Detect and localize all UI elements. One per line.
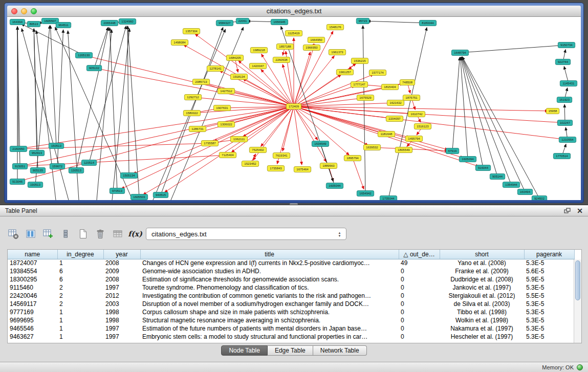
graph-node[interactable]: 190513: [28, 182, 42, 188]
cell-name[interactable]: 19384554: [8, 267, 57, 275]
graph-node[interactable]: 940515: [153, 192, 168, 198]
zoom-window-button[interactable]: [31, 8, 37, 14]
graph-node[interactable]: 1210554: [559, 137, 576, 143]
graph-node[interactable]: 1278141: [207, 66, 224, 72]
graph-edge[interactable]: [76, 28, 108, 170]
column-header-out_de[interactable]: △ out_de…: [399, 250, 440, 259]
graph-node[interactable]: 1961257: [336, 70, 353, 75]
cell-in_degree[interactable]: 2: [57, 300, 103, 308]
graph-edge[interactable]: [94, 28, 108, 68]
column-header-short[interactable]: short: [440, 250, 524, 259]
graph-node[interactable]: 2065448: [101, 20, 118, 26]
graph-edge[interactable]: [164, 106, 294, 192]
cell-title[interactable]: Investigating the contribution of common…: [140, 292, 399, 300]
cell-year[interactable]: 2012: [103, 292, 140, 300]
graph-edge[interactable]: [294, 106, 318, 140]
cell-out_degree[interactable]: 0: [399, 333, 440, 341]
cell-in_degree[interactable]: 2: [57, 283, 103, 292]
graph-node[interactable]: 1966950: [303, 45, 320, 51]
cell-in_degree[interactable]: 1: [57, 333, 103, 341]
graph-edge[interactable]: [294, 56, 334, 106]
graph-edge[interactable]: [128, 26, 139, 197]
close-window-button[interactable]: [11, 8, 17, 14]
graph-node[interactable]: 1857188: [276, 44, 293, 50]
graph-node[interactable]: 7525402: [249, 147, 266, 153]
graph-node[interactable]: 1577174: [369, 70, 386, 76]
graph-edge[interactable]: [127, 26, 129, 176]
graph-node[interactable]: 1989218: [250, 48, 267, 53]
graph-node[interactable]: 2160650: [10, 146, 27, 152]
graph-node[interactable]: 952913: [29, 150, 44, 156]
graph-node[interactable]: 67919: [446, 148, 459, 154]
graph-node[interactable]: 1735044: [380, 196, 397, 201]
graph-node[interactable]: 1907631: [213, 105, 230, 111]
cell-in_degree[interactable]: 1: [57, 324, 103, 333]
graph-node[interactable]: 2260538: [273, 57, 290, 63]
cell-in_degree[interactable]: 1: [57, 316, 103, 324]
graph-edge[interactable]: [294, 45, 315, 106]
graph-edge[interactable]: [294, 106, 563, 139]
new-column-icon[interactable]: [42, 228, 54, 240]
cell-title[interactable]: Changes of HCN gene expression and I(f) …: [140, 259, 399, 267]
cell-out_degree[interactable]: 0: [399, 308, 440, 316]
graph-edge[interactable]: [110, 28, 117, 191]
graph-node[interactable]: 1735843: [267, 166, 284, 171]
cell-pagerank[interactable]: 5.9E-5: [524, 275, 574, 283]
graph-node[interactable]: 1895794: [344, 156, 361, 161]
graph-node[interactable]: 1664950: [308, 37, 324, 43]
cell-in_degree[interactable]: 6: [57, 275, 103, 283]
graph-node[interactable]: 915051: [12, 164, 27, 169]
graph-node[interactable]: 1605094: [459, 157, 476, 162]
cell-short[interactable]: Hescheler et al. (1997): [440, 333, 524, 341]
table-row[interactable]: 1456911722003Disruption of a novel membe…: [8, 300, 574, 308]
cell-pagerank[interactable]: 5.3E-5: [524, 283, 574, 292]
graph-edge[interactable]: [36, 31, 56, 200]
graph-edge[interactable]: [206, 83, 294, 106]
graph-edge[interactable]: [21, 24, 84, 55]
graph-node[interactable]: 1498084: [171, 40, 188, 46]
graph-edge[interactable]: [367, 21, 428, 23]
column-header-year[interactable]: year: [103, 250, 140, 259]
graph-node[interactable]: 1875751: [403, 95, 420, 101]
graph-node[interactable]: 1427512: [217, 89, 234, 94]
cell-short[interactable]: Nakamura et al. (1997): [440, 324, 524, 333]
graph-node[interactable]: 905144: [490, 174, 505, 180]
graph-node[interactable]: 1362111: [230, 137, 247, 142]
graph-node[interactable]: 102247: [557, 120, 572, 126]
graph-node[interactable]: 1805549: [395, 147, 412, 153]
cell-in_degree[interactable]: 2: [57, 292, 103, 300]
cell-short[interactable]: de Silva et al. (2003): [440, 300, 524, 308]
function-builder-icon[interactable]: f(x): [129, 228, 141, 240]
table-row[interactable]: 1872400712008Changes of HCN gene express…: [8, 259, 574, 267]
table-row[interactable]: 2242004622012Investigating the contribut…: [8, 292, 574, 300]
graph-node[interactable]: 1735587: [201, 141, 218, 146]
graph-node[interactable]: 1286731: [189, 126, 206, 132]
cell-pagerank[interactable]: 5.5E-5: [524, 292, 574, 300]
graph-node[interactable]: 1654942: [357, 191, 374, 196]
graph-node[interactable]: 1324960: [119, 19, 136, 25]
graph-node[interactable]: 159672: [50, 164, 64, 169]
table-selector-dropdown[interactable]: citations_edges.txt ▲▼: [146, 228, 346, 240]
graph-node[interactable]: 1610742: [408, 112, 425, 117]
graph-node[interactable]: 1548176: [326, 25, 343, 30]
graph-node[interactable]: 964511: [56, 23, 71, 28]
graph-node[interactable]: 1292712: [184, 95, 201, 100]
close-panel-icon[interactable]: ✕: [577, 207, 583, 214]
cell-name[interactable]: 9115460: [8, 283, 57, 292]
cell-name[interactable]: 14569117: [8, 300, 57, 308]
graph-node[interactable]: 7619341: [273, 153, 290, 159]
graph-node[interactable]: 150513: [49, 143, 63, 149]
cell-short[interactable]: Tibbo et al. (1998): [440, 308, 524, 316]
graph-node[interactable]: 1815404: [381, 84, 398, 90]
graph-node[interactable]: 95723: [356, 18, 369, 24]
cell-out_degree[interactable]: 0: [399, 283, 440, 292]
graph-node[interactable]: 1495794: [405, 136, 422, 142]
graph-edge[interactable]: [363, 26, 365, 193]
graph-node[interactable]: 1961373: [329, 50, 345, 55]
cell-short[interactable]: Wolkin et al. (1998): [440, 316, 524, 324]
graph-node[interactable]: 1656945: [271, 19, 288, 25]
column-header-pagerank[interactable]: pagerank: [524, 250, 574, 259]
graph-edge[interactable]: [460, 46, 562, 53]
graph-node[interactable]: 924502: [532, 196, 547, 201]
graph-node[interactable]: 160494: [517, 189, 532, 195]
